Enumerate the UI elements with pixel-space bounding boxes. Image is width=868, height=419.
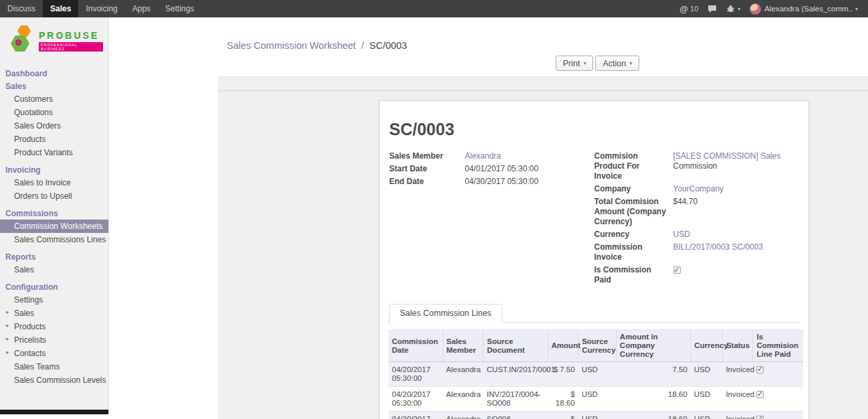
commission-invoice-link[interactable]: BILL/2017/0003 SC/0003: [673, 242, 764, 252]
activity-count-badge: 10: [690, 5, 698, 13]
currency-link[interactable]: USD: [673, 230, 690, 239]
table-row[interactable]: 04/20/2017 05:30:00 Alexandra CUST.IN/20…: [389, 362, 803, 387]
line-paid-checkbox: [756, 391, 764, 398]
breadcrumb-separator: /: [361, 40, 364, 51]
print-button[interactable]: Print ▾: [556, 56, 594, 71]
field-sales-member: Sales Member Alexandra: [389, 151, 588, 161]
logo-tagline: PROFESSIONAL BUSINESS: [39, 42, 103, 52]
probuse-logo-icon: [9, 24, 39, 59]
company-link[interactable]: YourCompany: [673, 184, 724, 193]
expand-arrow-icon: ▸: [6, 335, 9, 342]
topmenu-sales[interactable]: Sales: [43, 0, 78, 17]
sidebar-item-customers[interactable]: Customers: [0, 92, 108, 106]
is-commission-paid-checkbox: [673, 266, 681, 274]
sidebar-item-orders-to-upsell[interactable]: Orders to Upsell: [0, 189, 108, 203]
commission-product-rest: Commission: [673, 161, 718, 171]
col-header-status[interactable]: Status: [722, 330, 753, 362]
main-panel: Sales Commission Worksheet / SC/0003 Pri…: [218, 35, 868, 419]
col-header-currency[interactable]: Currency: [691, 330, 723, 362]
col-header-sales-member[interactable]: Sales Member: [443, 330, 483, 362]
sidebar-item-reports-sales[interactable]: Sales: [0, 263, 108, 276]
table-row[interactable]: 04/20/2017 10:35:53 Alexandra SO008 $ 18…: [389, 412, 803, 419]
col-header-commission-date[interactable]: Commission Date: [389, 330, 443, 362]
table-row[interactable]: 04/20/2017 05:30:00 Alexandra INV/2017/0…: [389, 387, 803, 412]
sidebar-item-product-variants[interactable]: Product Variants: [0, 146, 108, 159]
chevron-down-icon: ▾: [629, 60, 632, 66]
sidebar-item-sales-teams[interactable]: Sales Teams: [0, 360, 108, 373]
avatar: [750, 3, 761, 15]
notebook: Sales Commission Lines Commission Date S…: [388, 304, 800, 419]
sidebar-heading-configuration[interactable]: Configuration: [0, 280, 108, 293]
field-start-date: Start Date 04/01/2017 05:30:00: [389, 164, 588, 174]
topmenu-apps[interactable]: Apps: [125, 0, 158, 17]
form-view-content: SC/0003 Sales Member Alexandra Start Dat…: [218, 92, 868, 419]
chevron-down-icon: ▾: [583, 60, 586, 66]
start-date-value: 04/01/2017 05:30:00: [465, 164, 588, 174]
line-paid-checkbox: [756, 416, 764, 419]
statusbar: Draft Paid: [218, 76, 868, 91]
breadcrumb: Sales Commission Worksheet / SC/0003: [227, 40, 407, 51]
control-panel: Sales Commission Worksheet / SC/0003 Pri…: [218, 35, 868, 76]
sidebar-item-commission-worksheets[interactable]: Commission Worksheets: [0, 220, 108, 233]
sidebar-item-settings[interactable]: Settings: [0, 293, 108, 307]
chevron-down-icon: ▾: [855, 6, 858, 12]
sidebar-item-config-contacts[interactable]: ▸Contacts: [0, 347, 108, 360]
col-header-source-currency[interactable]: Source Currency: [578, 330, 617, 362]
messages-button[interactable]: [703, 0, 722, 17]
action-button[interactable]: Action ▾: [595, 56, 639, 71]
activities-button[interactable]: @ 10: [675, 0, 703, 17]
topmenu-settings[interactable]: Settings: [158, 0, 201, 17]
sidebar-footer-strip: [0, 410, 109, 414]
sidebar-item-config-pricelists[interactable]: ▸Pricelists: [0, 333, 108, 347]
at-icon: @: [679, 4, 688, 14]
form-fields-group: Sales Member Alexandra Start Date 04/01/…: [380, 151, 808, 288]
breadcrumb-parent-link[interactable]: Sales Commission Worksheet: [227, 40, 356, 51]
topmenu-discuss[interactable]: Discuss: [0, 0, 43, 17]
chat-bubble-icon: [708, 5, 717, 13]
col-header-amount-company-currency[interactable]: Amount in Company Currency: [616, 330, 690, 362]
sidebar-item-quotations[interactable]: Quotations: [0, 106, 108, 119]
sidebar-heading-dashboard[interactable]: Dashboard: [0, 67, 108, 80]
sidebar-heading-sales[interactable]: Sales: [0, 80, 108, 92]
sidebar-item-config-products[interactable]: ▸Products: [0, 320, 108, 333]
expand-arrow-icon: ▸: [6, 309, 9, 315]
topmenu-invoicing[interactable]: Invoicing: [78, 0, 124, 17]
field-end-date: End Date 04/30/2017 05:30:00: [389, 177, 588, 187]
systray: @ 10 ▾ Alexandra (Sales_comm.. ▾: [675, 0, 868, 17]
end-date-value: 04/30/2017 05:30:00: [465, 177, 588, 187]
sidebar-heading-reports[interactable]: Reports: [0, 250, 108, 263]
action-toolbar: Print ▾ Action ▾: [218, 56, 868, 71]
field-commission-invoice: Commission Invoice BILL/2017/0003 SC/000…: [594, 242, 793, 262]
breadcrumb-current: SC/0003: [369, 40, 407, 51]
col-header-amount[interactable]: Amount: [548, 330, 578, 362]
field-company: Company YourCompany: [594, 184, 793, 194]
logo-name: PROBUSE: [39, 31, 103, 41]
record-title: SC/0003: [380, 110, 808, 151]
user-menu-button[interactable]: Alexandra (Sales_comm.. ▾: [745, 0, 863, 17]
sidebar-item-sales-orders[interactable]: Sales Orders: [0, 119, 108, 133]
sidebar-item-sales-to-invoice[interactable]: Sales to Invoice: [0, 176, 108, 189]
user-name: Alexandra (Sales_comm..: [764, 5, 853, 13]
field-is-commission-paid: Is Commission Paid: [594, 265, 793, 285]
top-navbar: Discuss Sales Invoicing Apps Settings @ …: [0, 0, 868, 17]
sidebar-heading-invoicing[interactable]: Invoicing: [0, 163, 108, 176]
sidebar-heading-commissions[interactable]: Commissions: [0, 207, 108, 220]
total-commission-amount-value: $44.70: [673, 197, 793, 227]
sidebar-item-sales-commissions-lines[interactable]: Sales Commissions Lines: [0, 233, 108, 246]
sidebar-item-products[interactable]: Products: [0, 133, 108, 146]
sales-member-link[interactable]: Alexandra: [465, 151, 501, 161]
company-logo: PROBUSE PROFESSIONAL BUSINESS: [0, 17, 108, 67]
sidebar-item-config-sales[interactable]: ▸Sales: [0, 307, 108, 320]
commission-product-link[interactable]: [SALES COMMISSION] Sales: [673, 151, 781, 161]
line-paid-checkbox: [756, 366, 764, 373]
sidebar-item-sales-commission-levels[interactable]: Sales Commission Levels: [0, 373, 108, 387]
bug-icon: [726, 5, 735, 13]
app-sidebar: PROBUSE PROFESSIONAL BUSINESS Dashboard …: [0, 17, 109, 414]
col-header-source-document[interactable]: Source Document: [483, 330, 548, 362]
col-header-is-commission-line-paid[interactable]: Is Commision Line Paid: [753, 330, 803, 362]
chevron-down-icon: ▾: [738, 6, 740, 12]
field-total-commission-amount: Total Commision Amount (Company Currency…: [594, 197, 793, 227]
debug-menu-button[interactable]: ▾: [722, 0, 745, 17]
commission-lines-table: Commission Date Sales Member Source Docu…: [389, 329, 803, 419]
tab-sales-commission-lines[interactable]: Sales Commission Lines: [389, 304, 502, 323]
